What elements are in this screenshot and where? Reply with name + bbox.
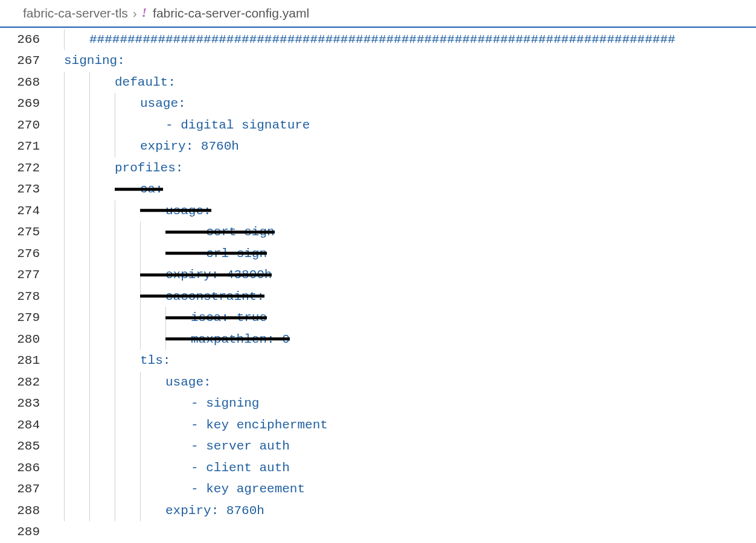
line-number: 286 (0, 457, 40, 479)
code-area[interactable]: ########################################… (56, 29, 756, 543)
line-number: 271 (0, 136, 40, 157)
line-number: 272 (0, 157, 40, 179)
chevron-right-icon: › (133, 2, 137, 24)
strikethrough-annotation (140, 209, 211, 212)
code-text: - key encipherment (56, 418, 328, 432)
line-number: 287 (0, 478, 40, 500)
line-number: 266 (0, 29, 40, 51)
code-line[interactable]: - crl sign (56, 243, 756, 265)
code-text: profiles: (56, 161, 183, 175)
code-line[interactable]: caconstraint: (56, 286, 756, 308)
code-line[interactable]: - signing (56, 393, 756, 414)
breadcrumb-folder[interactable]: fabric-ca-server-tls (23, 2, 128, 24)
line-number: 277 (0, 264, 40, 286)
code-line[interactable]: maxpathlen: 0 (56, 329, 756, 351)
line-number: 281 (0, 350, 40, 372)
code-line[interactable]: expiry: 43800h (56, 264, 756, 286)
yaml-file-icon: ! (142, 2, 147, 24)
line-number: 275 (0, 221, 40, 243)
line-number: 273 (0, 179, 40, 200)
strikethrough-annotation (115, 188, 163, 191)
strikethrough-annotation (165, 338, 290, 341)
line-number: 268 (0, 72, 40, 94)
code-text: - digital signature (56, 118, 310, 132)
line-number: 280 (0, 329, 40, 351)
code-line[interactable] (56, 521, 756, 543)
line-number: 269 (0, 93, 40, 115)
code-text: - client auth (56, 461, 290, 475)
code-line[interactable]: expiry: 8760h (56, 136, 756, 157)
line-number: 278 (0, 286, 40, 308)
code-text: usage: (56, 375, 211, 389)
code-text: - key agreement (56, 482, 305, 496)
line-number: 283 (0, 393, 40, 414)
code-text: ########################################… (56, 33, 675, 46)
code-line[interactable]: usage: (56, 200, 756, 222)
code-text: expiry: 8760h (56, 139, 239, 153)
code-line[interactable]: usage: (56, 93, 756, 115)
code-text (56, 525, 64, 539)
line-number: 282 (0, 372, 40, 393)
code-text: expiry: 8760h (56, 504, 264, 518)
line-number: 284 (0, 414, 40, 436)
code-line[interactable]: ca: (56, 179, 756, 200)
code-line[interactable]: - digital signature (56, 115, 756, 136)
strikethrough-annotation (165, 252, 267, 255)
code-text: - server auth (56, 439, 290, 453)
code-line[interactable]: expiry: 8760h (56, 500, 756, 522)
code-line[interactable]: tls: (56, 350, 756, 372)
code-line[interactable]: isca: true (56, 307, 756, 329)
code-line[interactable]: usage: (56, 372, 756, 393)
strikethrough-annotation (140, 295, 264, 298)
strikethrough-annotation (165, 316, 267, 319)
line-number: 285 (0, 436, 40, 457)
code-line[interactable]: - key agreement (56, 478, 756, 500)
line-number: 267 (0, 50, 40, 72)
code-text: - signing (56, 396, 259, 410)
code-line[interactable]: default: (56, 72, 756, 94)
line-number: 270 (0, 115, 40, 136)
code-text: signing: (56, 54, 125, 68)
strikethrough-annotation (140, 273, 272, 276)
code-line[interactable]: profiles: (56, 157, 756, 179)
code-text: usage: (56, 97, 186, 110)
line-number-gutter: 2662672682692702712722732742752762772782… (0, 29, 56, 543)
line-number: 279 (0, 307, 40, 329)
breadcrumb[interactable]: fabric-ca-server-tls › ! fabric-ca-serve… (0, 0, 756, 28)
code-line[interactable]: ########################################… (56, 29, 756, 51)
strikethrough-annotation (165, 230, 275, 233)
code-text: default: (56, 75, 176, 89)
code-line[interactable]: - server auth (56, 436, 756, 457)
line-number: 289 (0, 521, 40, 543)
line-number: 274 (0, 200, 40, 222)
line-number: 276 (0, 243, 40, 265)
code-line[interactable]: signing: (56, 50, 756, 72)
line-number: 288 (0, 500, 40, 522)
code-line[interactable]: - client auth (56, 457, 756, 479)
breadcrumb-file[interactable]: fabric-ca-server-config.yaml (153, 2, 309, 24)
code-line[interactable]: - key encipherment (56, 414, 756, 436)
code-line[interactable]: - cert sign (56, 221, 756, 243)
code-editor[interactable]: 2662672682692702712722732742752762772782… (0, 28, 756, 543)
code-text: tls: (56, 354, 170, 367)
